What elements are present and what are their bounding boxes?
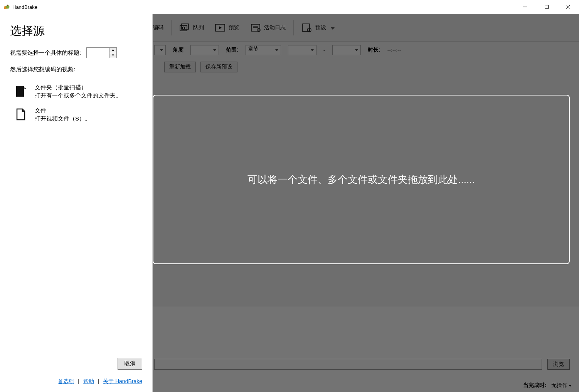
svg-marker-21: [331, 27, 335, 30]
angle-label: 角度: [173, 47, 183, 54]
toolbar-separator: [293, 20, 294, 35]
file-icon: [15, 108, 27, 122]
svg-text:i: i: [258, 29, 259, 31]
reload-preset-button[interactable]: 重新加载: [164, 62, 196, 72]
link-separator: |: [98, 378, 99, 384]
title-selector-label: 视需要选择一个具体的标题:: [10, 49, 81, 57]
angle-select[interactable]: [190, 45, 219, 55]
title-number-input[interactable]: [87, 48, 109, 58]
svg-marker-11: [219, 26, 222, 29]
range-label: 范围:: [226, 47, 239, 54]
preview-button[interactable]: 预览: [209, 19, 245, 36]
when-done-value: 无操作: [551, 382, 567, 389]
open-folder-subtitle: 打开有一个或多个文件的文件夹。: [35, 92, 121, 99]
activity-log-button[interactable]: i 活动日志: [245, 19, 291, 36]
preview-label: 预览: [229, 24, 239, 31]
svg-rect-17: [303, 24, 310, 32]
open-file-title: 文件: [35, 107, 91, 114]
bottom-status: 当完成时: 无操作: [523, 382, 571, 389]
chevron-down-icon: [331, 24, 335, 31]
open-file-option[interactable]: 文件 打开视频文件（S）。: [10, 103, 142, 126]
then-select-label: 然后选择您想编码的视频:: [10, 66, 142, 73]
range-mode-value: 章节: [248, 46, 258, 52]
svg-rect-2: [7, 5, 8, 6]
title-select[interactable]: [154, 45, 166, 55]
svg-point-9: [182, 27, 185, 29]
help-link[interactable]: 帮助: [83, 378, 94, 384]
svg-rect-7: [180, 25, 187, 31]
open-file-subtitle: 打开视频文件（S）。: [35, 115, 91, 122]
source-selection-panel: 选择源 视需要选择一个具体的标题: ▲ ▼ 然后选择您想编码的视频: 文件夹（批…: [0, 14, 153, 392]
queue-icon: [179, 23, 190, 32]
link-separator: |: [78, 378, 79, 384]
cancel-button[interactable]: 取消: [118, 358, 142, 370]
browse-button[interactable]: 浏览: [547, 359, 570, 370]
window-controls: [514, 0, 579, 14]
maximize-button[interactable]: [536, 0, 557, 14]
output-path-input[interactable]: [154, 359, 542, 370]
spinner-down-button[interactable]: ▼: [109, 53, 116, 58]
preview-icon: [215, 23, 226, 32]
range-end-select[interactable]: [332, 45, 361, 55]
range-mode-select[interactable]: 章节: [246, 45, 281, 55]
when-done-select[interactable]: 无操作: [551, 382, 571, 389]
activity-log-label: 活动日志: [264, 24, 286, 31]
title-bar: HandBrake: [0, 0, 579, 14]
close-button[interactable]: [557, 0, 579, 14]
title-selector-row: 视需要选择一个具体的标题: ▲ ▼: [10, 47, 142, 58]
spinner-up-button[interactable]: ▲: [109, 48, 116, 53]
open-folder-option[interactable]: 文件夹（批量扫描） 打开有一个或多个文件的文件夹。: [10, 80, 142, 103]
activity-log-icon: i: [250, 23, 261, 32]
presets-icon: [301, 23, 312, 32]
folder-icon: [14, 85, 27, 99]
presets-button[interactable]: 预设: [296, 19, 340, 36]
app-title: HandBrake: [12, 4, 37, 10]
range-start-select[interactable]: [288, 45, 316, 55]
svg-rect-26: [19, 86, 24, 96]
about-link[interactable]: 关于 HandBrake: [103, 378, 142, 384]
when-done-label: 当完成时:: [523, 382, 547, 389]
duration-value: --:--:--: [387, 47, 401, 53]
duration-label: 时长:: [368, 47, 380, 54]
presets-label: 预设: [315, 24, 326, 31]
title-number-spinner[interactable]: ▲ ▼: [86, 47, 117, 58]
queue-label: 队列: [193, 24, 204, 31]
save-row: 浏览: [154, 357, 570, 371]
queue-button[interactable]: 队列: [174, 19, 209, 36]
preferences-link[interactable]: 首选项: [58, 378, 74, 384]
footer-links: 首选项 | 帮助 | 关于 HandBrake: [58, 378, 142, 387]
toolbar-separator: [171, 20, 172, 35]
range-dash: -: [323, 47, 325, 54]
minimize-button[interactable]: [514, 0, 536, 14]
open-folder-title: 文件夹（批量扫描）: [35, 84, 121, 91]
svg-rect-4: [545, 5, 549, 9]
app-icon: [3, 3, 10, 10]
save-new-preset-button[interactable]: 保存新预设: [200, 62, 237, 72]
source-panel-heading: 选择源: [10, 23, 142, 39]
